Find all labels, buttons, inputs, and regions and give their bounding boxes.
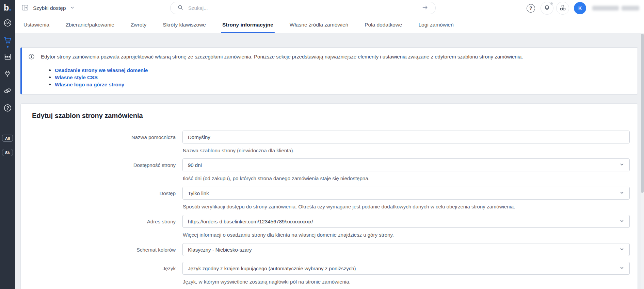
page-availability-select[interactable]: 90 dni: [182, 158, 630, 171]
question-circle-icon: [3, 104, 12, 112]
logo-dot: .: [9, 3, 11, 12]
link-osadzanie-strony[interactable]: Osadzanie strony we własnej domenie: [55, 67, 148, 73]
form-row-dostep: Dostęp Tylko link Sposób weryfikacji dos…: [21, 187, 638, 209]
active-section-dot: [7, 46, 9, 48]
field-label: Język: [21, 262, 176, 285]
edit-template-card: Edytuj szablon strony zamówienia Nazwa p…: [20, 103, 638, 289]
logo-text: b: [4, 3, 9, 12]
page-address-select[interactable]: https://orders-d.baselinker.com/12345678…: [182, 215, 630, 228]
help-button[interactable]: ?: [527, 4, 535, 13]
username-redacted: [592, 6, 639, 11]
tab-skroty-klawiszowe[interactable]: Skróty klawiszowe: [163, 16, 206, 33]
tab-zwroty[interactable]: Zwroty: [131, 16, 147, 33]
dashboard-gauge-icon: [3, 19, 12, 27]
info-icon: [28, 53, 35, 61]
tab-pola-dodatkowe[interactable]: Pola dodatkowe: [365, 16, 402, 33]
selected-value: 90 dni: [188, 162, 202, 168]
tab-wlasne-zrodla-zamowien[interactable]: Własne źródła zamówień: [290, 16, 348, 33]
field-hint: Ilość dni (od zakupu), po których strona…: [182, 175, 630, 181]
baselinker-app: b. All Sk Szybki dostęp: [0, 0, 644, 289]
chain-link-icon: [3, 86, 12, 95]
list-item: Osadzanie strony we własnej domenie: [49, 67, 638, 74]
packages-boxes-icon: [559, 4, 566, 13]
language-select[interactable]: Język zgodny z krajem kupującego (automa…: [182, 262, 630, 275]
chevron-down-icon: [619, 190, 624, 196]
list-item: Własne logo na górze strony: [49, 81, 638, 88]
link-wlasne-logo[interactable]: Własne logo na górze strony: [55, 82, 124, 87]
shopping-cart-icon: [3, 36, 12, 45]
selected-value: Klasyczny - Niebiesko-szary: [188, 247, 252, 253]
user-avatar[interactable]: K: [574, 2, 586, 14]
plug-icon: [3, 70, 12, 78]
global-search: [170, 2, 436, 14]
field-hint: Nazwa szablonu strony (niewidoczna dla k…: [182, 148, 630, 153]
scrollbar-thumb[interactable]: [641, 34, 644, 193]
search-icon: [177, 4, 183, 12]
app-logo[interactable]: b.: [0, 3, 15, 13]
field-hint: Więcej informacji o osadzaniu strony dla…: [182, 232, 630, 238]
form-row-adres-strony: Adres strony https://orders-d.baselinker…: [21, 215, 638, 238]
tab-zbieranie-pakowanie[interactable]: Zbieranie/pakowanie: [66, 16, 114, 33]
chevron-down-icon: [619, 219, 624, 224]
list-item: Własne style CSS: [49, 74, 638, 81]
form-row-nazwa-pomocnicza: Nazwa pomocnicza Nazwa szablonu strony (…: [21, 131, 638, 153]
chevron-down-icon: [619, 162, 624, 168]
chevron-down-icon: [619, 266, 624, 271]
template-name-input[interactable]: [182, 131, 630, 143]
sidebar-badge-all[interactable]: All: [2, 135, 13, 142]
search-input[interactable]: [188, 5, 422, 11]
sidebar-item-dashboard[interactable]: [0, 18, 15, 28]
selected-value: https://orders-d.baselinker.com/12345678…: [188, 219, 313, 224]
header-actions: ? K: [527, 0, 639, 16]
info-callout: Edytor strony zamówienia pozwala zaproje…: [20, 47, 638, 95]
link-wlasne-style-css[interactable]: Własne style CSS: [55, 74, 98, 80]
page-scrollbar[interactable]: [641, 33, 644, 289]
tab-ustawienia[interactable]: Ustawienia: [23, 16, 49, 33]
chevron-down-icon: [619, 247, 624, 253]
tab-logi-zamowien[interactable]: Logi zamówień: [418, 16, 453, 33]
field-label: Schemat kolorów: [21, 243, 176, 256]
sidebar-item-orders[interactable]: [0, 35, 15, 45]
access-select[interactable]: Tylko link: [182, 187, 630, 200]
sidebar: b. All Sk: [0, 0, 15, 289]
field-hint: Sposób weryfikacji dostępu do strony zam…: [182, 204, 630, 209]
card-title: Edytuj szablon strony zamówienia: [32, 112, 143, 120]
field-label: Dostępność strony: [21, 158, 176, 181]
bullet-dot: [49, 76, 51, 78]
quick-access-label: Szybki dostęp: [33, 5, 66, 11]
tab-strony-informacyjne[interactable]: Strony informacyjne: [222, 16, 273, 33]
top-header: Szybki dostęp ? K: [15, 0, 644, 16]
bullet-dot: [49, 84, 51, 85]
color-scheme-select[interactable]: Klasyczny - Niebiesko-szary: [182, 243, 630, 256]
bullet-dot: [49, 69, 51, 71]
sidebar-item-connections[interactable]: [0, 86, 15, 96]
sidebar-badge-sk[interactable]: Sk: [2, 149, 13, 156]
settings-tabbar: Ustawienia Zbieranie/pakowanie Zwroty Sk…: [15, 16, 644, 33]
selected-value: Tylko link: [188, 190, 209, 196]
notifications-button[interactable]: [541, 2, 553, 15]
field-label: Adres strony: [21, 215, 176, 238]
modules-button[interactable]: [556, 2, 569, 15]
field-label: Nazwa pomocnicza: [21, 131, 176, 153]
sidebar-item-storage[interactable]: [0, 52, 15, 61]
form-row-schemat-kolorow: Schemat kolorów Klasyczny - Niebiesko-sz…: [21, 243, 638, 256]
form-row-jezyk: Język Język zgodny z krajem kupującego (…: [21, 262, 638, 285]
panel-expand-icon: [21, 4, 29, 13]
sidebar-item-integrations[interactable]: [0, 69, 15, 79]
page-content: Edytor strony zamówienia pozwala zaproje…: [15, 33, 644, 289]
notification-badge: [550, 2, 553, 5]
form-row-dostepnosc-strony: Dostępność strony 90 dni Ilość dni (od z…: [21, 158, 638, 181]
quick-access-menu[interactable]: Szybki dostęp: [21, 0, 75, 16]
info-link-list: Osadzanie strony we własnej domenie Włas…: [22, 67, 638, 88]
field-hint: Język, w którym wyświetlone zostaną nagł…: [182, 279, 630, 285]
bell-icon: [544, 4, 550, 12]
info-text: Edytor strony zamówienia pozwala zaproje…: [41, 53, 523, 60]
search-submit-arrow-icon[interactable]: [422, 4, 429, 12]
sidebar-item-help[interactable]: [0, 103, 15, 113]
selected-value: Język zgodny z krajem kupującego (automa…: [188, 266, 356, 271]
storage-shelf-icon: [3, 52, 12, 61]
chevron-down-icon: [70, 5, 75, 11]
field-label: Dostęp: [21, 187, 176, 209]
